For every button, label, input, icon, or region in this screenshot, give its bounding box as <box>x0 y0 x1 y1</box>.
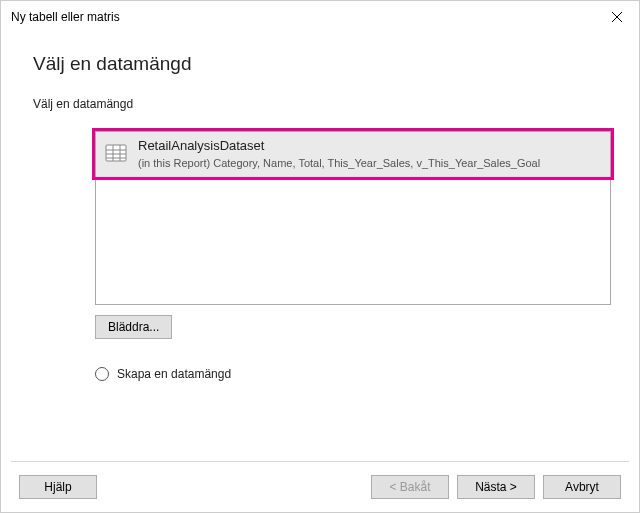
dataset-description: (in this Report) Category, Name, Total, … <box>138 156 540 171</box>
page-title: Välj en datamängd <box>33 53 639 75</box>
dataset-text: RetailAnalysisDataset (in this Report) C… <box>138 138 540 171</box>
dataset-listbox[interactable]: RetailAnalysisDataset (in this Report) C… <box>95 131 611 305</box>
dataset-name: RetailAnalysisDataset <box>138 138 540 155</box>
cancel-button[interactable]: Avbryt <box>543 475 621 499</box>
titlebar: Ny tabell eller matris <box>1 1 639 33</box>
next-button[interactable]: Nästa > <box>457 475 535 499</box>
section-label: Välj en datamängd <box>33 97 639 111</box>
dataset-item[interactable]: RetailAnalysisDataset (in this Report) C… <box>96 132 610 177</box>
create-dataset-radio[interactable] <box>95 367 109 381</box>
browse-button[interactable]: Bläddra... <box>95 315 172 339</box>
table-icon <box>104 141 128 165</box>
help-button[interactable]: Hjälp <box>19 475 97 499</box>
close-icon <box>612 12 622 22</box>
create-dataset-label: Skapa en datamängd <box>117 367 231 381</box>
close-button[interactable] <box>594 1 639 33</box>
button-bar: Hjälp < Bakåt Nästa > Avbryt <box>1 462 639 512</box>
back-button: < Bakåt <box>371 475 449 499</box>
window-title: Ny tabell eller matris <box>11 10 120 24</box>
svg-rect-2 <box>106 145 126 161</box>
